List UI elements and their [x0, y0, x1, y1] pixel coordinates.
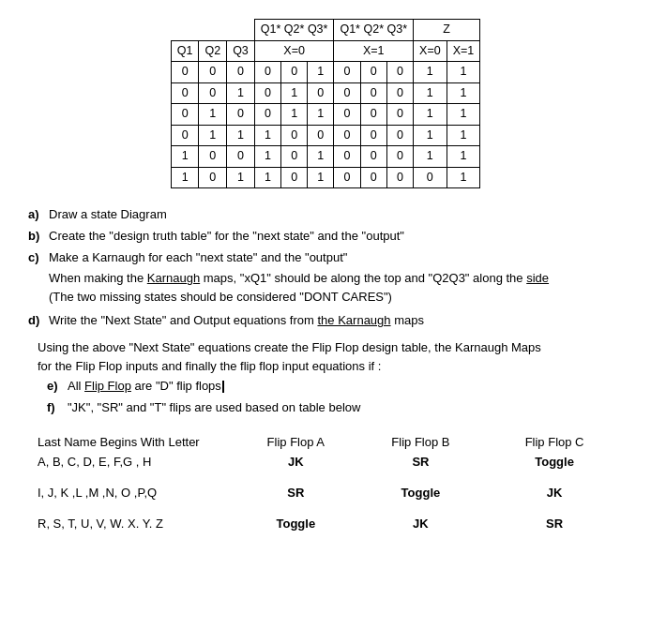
question-e: e) All Flip Flop are "D" flip flops — [47, 377, 623, 397]
col-q2: Q2 — [199, 40, 227, 62]
ff-table-row: I, J, K ,L ,M ,N, O ,P,Q SR Toggle JK — [28, 472, 623, 503]
col-x0: X=0 — [254, 40, 334, 62]
col-q3: Q3 — [227, 40, 255, 62]
state-table: Q1* Q2* Q3* Q1* Q2* Q3* Z Q1 Q2 Q3 X=0 X… — [171, 19, 480, 188]
q-ef-intro-line2: for the Flip Flop inputs and finally the… — [38, 357, 623, 376]
q-ef-intro-line1: Using the above "Next State" equations c… — [38, 338, 623, 357]
table-row: 1 0 1 1 0 1 0 0 0 0 1 — [171, 167, 479, 188]
ff-table-row: A, B, C, D, E, F,G , H JK SR Toggle — [28, 451, 623, 472]
question-b: b) Create the "design truth table" for t… — [28, 227, 623, 247]
q-c-text: Make a Karnaugh for each "next state" an… — [49, 248, 623, 268]
q-b-text: Create the "design truth table" for the … — [49, 227, 623, 247]
col-z-x0: X=0 — [414, 40, 447, 62]
question-a: a) Draw a state Diagram — [28, 205, 623, 225]
q-e-label: e) — [47, 377, 68, 397]
q-e-text: All Flip Flop are "D" flip flops — [68, 377, 623, 397]
q-star-header-x0: Q1* Q2* Q3* — [254, 20, 334, 41]
table-header-row2: Q1 Q2 Q3 X=0 X=1 X=0 X=1 — [171, 40, 479, 62]
q-b-label: b) — [28, 227, 49, 247]
q-f-text: "JK", "SR" and "T" flips are used based … — [68, 398, 623, 418]
q-d-label: d) — [28, 311, 49, 331]
q-star-header-x1: Q1* Q2* Q3* — [334, 20, 414, 41]
table-row: 0 1 0 0 1 1 0 0 0 1 1 — [171, 104, 479, 126]
ff-col1-header: Last Name Begins With Letter — [28, 431, 236, 451]
ff-col4-header: Flip Flop C — [486, 431, 623, 451]
ff-table-section: Last Name Begins With Letter Flip Flop A… — [28, 431, 623, 534]
question-d: d) Write the "Next State" and Output equ… — [28, 311, 623, 331]
q-a-label: a) — [28, 205, 49, 225]
q-c-indent1: When making the Karnaugh maps, "xQ1" sho… — [49, 269, 623, 288]
table-wrapper: Q1* Q2* Q3* Q1* Q2* Q3* Z Q1 Q2 Q3 X=0 X… — [28, 19, 623, 188]
col-x1: X=1 — [334, 40, 414, 62]
table-row: 0 1 1 1 0 0 0 0 0 1 1 — [171, 125, 479, 146]
q-ef-intro: Using the above "Next State" equations c… — [38, 338, 623, 375]
page-container: Q1* Q2* Q3* Q1* Q2* Q3* Z Q1 Q2 Q3 X=0 X… — [28, 19, 623, 534]
table-row: 0 0 0 0 0 1 0 0 0 1 1 — [171, 62, 479, 83]
question-c: c) Make a Karnaugh for each "next state"… — [28, 248, 623, 268]
z-header: Z — [414, 20, 480, 41]
q-d-text: Write the "Next State" and Output equati… — [49, 311, 623, 331]
ff-col2-header: Flip Flop A — [236, 431, 356, 451]
ff-table-header: Last Name Begins With Letter Flip Flop A… — [28, 431, 623, 451]
q-f-label: f) — [47, 398, 68, 418]
col-q1: Q1 — [171, 40, 199, 62]
question-f: f) "JK", "SR" and "T" flips are used bas… — [47, 398, 623, 418]
q-c-label: c) — [28, 248, 49, 268]
ff-table-row: R, S, T, U, V, W. X. Y. Z Toggle JK SR — [28, 503, 623, 534]
q-c-indent2: (The two missing states should be consid… — [49, 288, 623, 307]
table-row: 0 0 1 0 1 0 0 0 0 1 1 — [171, 82, 479, 104]
q-a-text: Draw a state Diagram — [49, 205, 623, 225]
ff-col3-header: Flip Flop B — [356, 431, 486, 451]
table-header-row1: Q1* Q2* Q3* Q1* Q2* Q3* Z — [171, 20, 479, 41]
ff-table: Last Name Begins With Letter Flip Flop A… — [28, 431, 623, 534]
col-z-x1: X=1 — [447, 40, 480, 62]
table-row: 1 0 0 1 0 1 0 0 0 1 1 — [171, 146, 479, 168]
questions-section: a) Draw a state Diagram b) Create the "d… — [28, 205, 623, 418]
